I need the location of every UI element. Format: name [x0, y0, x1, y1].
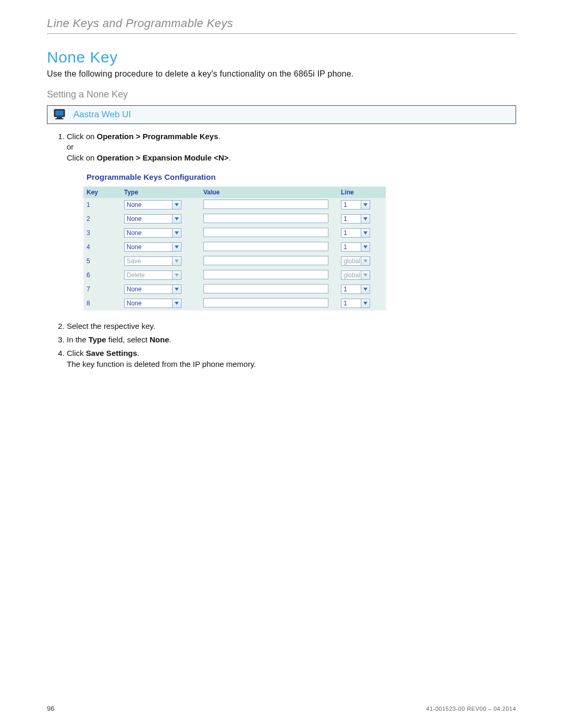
- line-value: 1: [341, 201, 361, 208]
- svg-rect-1: [55, 110, 64, 116]
- step-1-text-d: Click on: [67, 153, 97, 162]
- line-select: global: [341, 256, 370, 266]
- value-input[interactable]: [203, 298, 328, 307]
- cell-key: 5: [83, 254, 121, 268]
- cell-key: 6: [83, 268, 121, 282]
- top-rule: [47, 33, 516, 34]
- line-select[interactable]: 1: [341, 214, 370, 224]
- col-type: Type: [121, 187, 200, 198]
- line-select[interactable]: 1: [341, 242, 370, 252]
- type-value: None: [125, 286, 172, 293]
- chevron-down-icon: [172, 201, 181, 209]
- chevron-down-icon: [361, 201, 370, 209]
- step-1-path-a: Operation > Programmable Keys: [97, 132, 218, 141]
- chevron-down-icon: [361, 299, 370, 307]
- line-value: 1: [341, 229, 361, 237]
- step-2: Select the respective key.: [67, 321, 516, 331]
- keys-table: Key Type Value Line 1None12None13None14N…: [83, 187, 386, 311]
- step-3-d: None: [150, 335, 169, 344]
- page-footer: 96 41-001523-00 REV00 – 04.2014: [47, 705, 516, 712]
- svg-rect-2: [57, 117, 62, 118]
- type-select: Delete: [124, 270, 181, 280]
- ui-banner-label: Aastra Web UI: [74, 109, 131, 120]
- running-head: Line Keys and Programmable Keys: [47, 17, 516, 30]
- cell-key: 4: [83, 240, 121, 254]
- chevron-down-icon: [172, 243, 181, 251]
- table-row: 1None1: [83, 198, 386, 212]
- value-input[interactable]: [203, 284, 328, 293]
- step-3-c: field, select: [106, 335, 150, 344]
- step-4-b: Save Settings: [86, 349, 137, 357]
- step-4: Click Save Settings. The key function is…: [67, 348, 516, 369]
- line-value: 1: [341, 215, 361, 223]
- type-select[interactable]: None: [124, 299, 181, 308]
- type-value: None: [125, 300, 172, 307]
- step-3-e: .: [169, 335, 171, 344]
- type-select[interactable]: None: [124, 200, 181, 209]
- col-key: Key: [83, 187, 121, 198]
- col-line: Line: [338, 187, 386, 198]
- chevron-down-icon: [172, 257, 181, 265]
- ui-banner: Aastra Web UI: [47, 105, 516, 124]
- chevron-down-icon: [172, 229, 181, 237]
- chevron-down-icon: [361, 271, 370, 279]
- page-number: 96: [47, 705, 54, 712]
- value-input: [203, 270, 328, 279]
- chevron-down-icon: [172, 285, 181, 293]
- step-1-text-a: Click on: [67, 132, 97, 141]
- chevron-down-icon: [172, 299, 181, 307]
- document-id: 41-001523-00 REV00 – 04.2014: [426, 706, 516, 712]
- table-row: 8None1: [83, 297, 386, 311]
- line-value: 1: [341, 300, 361, 307]
- line-select: global: [341, 270, 370, 280]
- line-select[interactable]: 1: [341, 228, 370, 238]
- value-input[interactable]: [203, 200, 328, 209]
- table-row: 3None1: [83, 226, 386, 240]
- value-input[interactable]: [203, 214, 328, 223]
- svg-rect-3: [55, 118, 64, 119]
- step-4-note: The key function is deleted from the IP …: [67, 360, 256, 368]
- step-1-path-b: Operation > Expansion Module <N>: [97, 153, 229, 162]
- type-select[interactable]: None: [124, 285, 181, 294]
- value-input: [203, 256, 328, 265]
- chevron-down-icon: [361, 215, 370, 223]
- line-value: 1: [341, 243, 361, 251]
- type-select[interactable]: None: [124, 242, 181, 252]
- cell-key: 2: [83, 212, 121, 226]
- subheading: Setting a None Key: [47, 89, 516, 100]
- config-panel: Programmable Keys Configuration Key Type…: [83, 170, 386, 312]
- chevron-down-icon: [361, 285, 370, 293]
- type-select[interactable]: None: [124, 214, 181, 224]
- value-input[interactable]: [203, 228, 328, 237]
- type-select[interactable]: None: [124, 228, 181, 238]
- monitor-icon: [54, 109, 67, 120]
- cell-key: 3: [83, 226, 121, 240]
- type-value: None: [125, 243, 172, 251]
- page-title: None Key: [47, 48, 516, 66]
- type-select: Save: [124, 256, 181, 266]
- type-value: None: [125, 201, 172, 208]
- table-header-row: Key Type Value Line: [83, 187, 386, 198]
- intro-text: Use the following procedure to delete a …: [47, 69, 516, 79]
- line-select[interactable]: 1: [341, 285, 370, 294]
- line-select[interactable]: 1: [341, 299, 370, 308]
- line-value: 1: [341, 286, 361, 293]
- step-4-a: Click: [67, 349, 86, 357]
- type-value: None: [125, 229, 172, 237]
- line-select[interactable]: 1: [341, 200, 370, 209]
- step-3-b: Type: [89, 335, 106, 344]
- step-4-c: .: [137, 349, 139, 357]
- table-row: 2None1: [83, 212, 386, 226]
- steps-list-top: Click on Operation > Programmable Keys. …: [57, 131, 516, 163]
- table-row: 6Deleteglobal: [83, 268, 386, 282]
- step-1-or: or: [67, 142, 74, 151]
- config-panel-title: Programmable Keys Configuration: [83, 170, 386, 187]
- table-row: 4None1: [83, 240, 386, 254]
- cell-key: 7: [83, 282, 121, 297]
- value-input[interactable]: [203, 242, 328, 251]
- chevron-down-icon: [172, 215, 181, 223]
- step-3: In the Type field, select None.: [67, 335, 516, 345]
- col-value: Value: [200, 187, 338, 198]
- type-value: None: [125, 215, 172, 223]
- type-value: Delete: [125, 272, 172, 279]
